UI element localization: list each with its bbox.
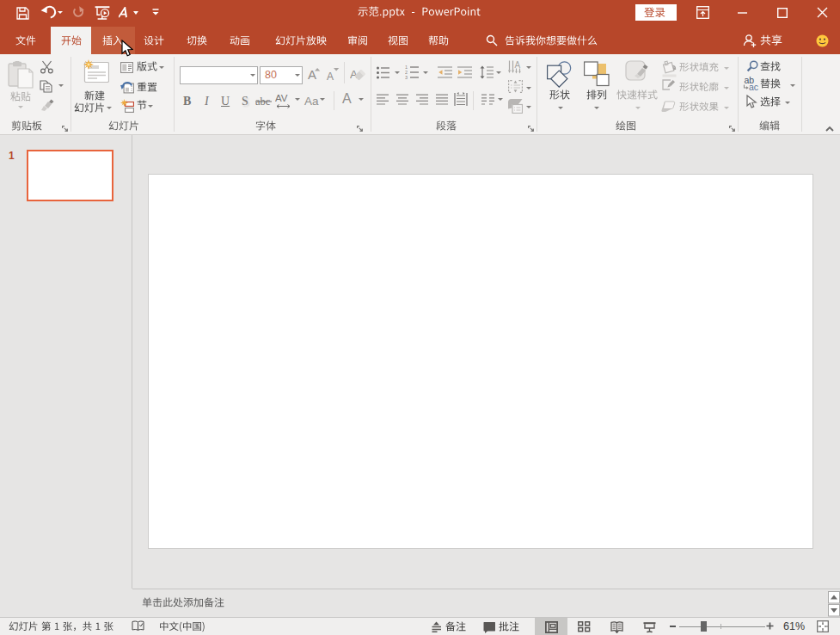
svg-text:AV: AV — [275, 93, 288, 103]
svg-text:ac: ac — [749, 82, 758, 91]
svg-text:3: 3 — [405, 75, 408, 80]
svg-text:A: A — [515, 60, 521, 70]
